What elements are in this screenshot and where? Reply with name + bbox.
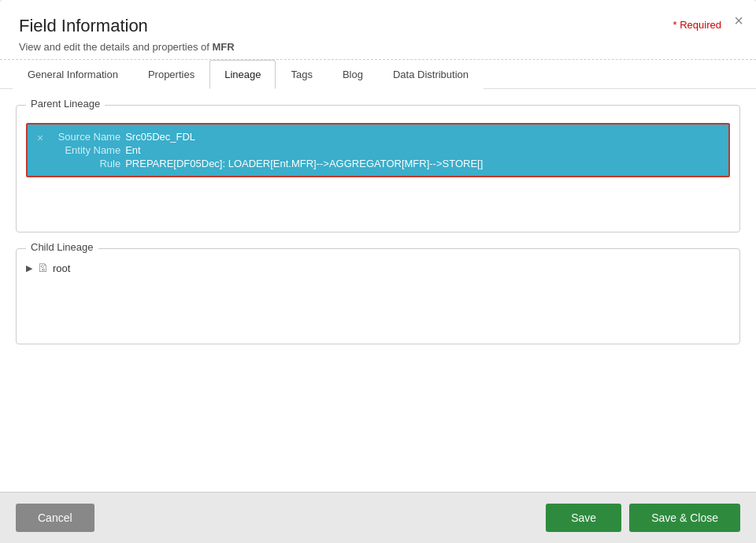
- parent-lineage-section: Parent Lineage × Source Name Src05Dec_FD…: [16, 105, 740, 232]
- lineage-row-inner: × Source Name Src05Dec_FDL Entity Name E…: [37, 131, 719, 169]
- save-close-button[interactable]: Save & Close: [629, 504, 740, 532]
- field-information-dialog: Field Information View and edit the deta…: [0, 0, 756, 543]
- remove-lineage-button[interactable]: ×: [37, 131, 43, 147]
- child-lineage-section: Child Lineage ▶ 🖻 root: [16, 248, 740, 344]
- tabs-bar: General Information Properties Lineage T…: [0, 60, 756, 89]
- subtitle-field-name: MFR: [212, 41, 234, 53]
- save-button[interactable]: Save: [546, 504, 621, 532]
- source-name-value: Src05Dec_FDL: [125, 131, 195, 143]
- child-lineage-content: ▶ 🖻 root: [17, 249, 739, 344]
- dialog-subtitle: View and edit the details and properties…: [19, 41, 737, 53]
- parent-lineage-content: × Source Name Src05Dec_FDL Entity Name E…: [17, 106, 739, 232]
- rule-value: PREPARE[DF05Dec]: LOADER[Ent.MFR]-->AGGR…: [125, 158, 483, 169]
- parent-lineage-legend: Parent Lineage: [26, 98, 105, 110]
- tab-general-information[interactable]: General Information: [13, 60, 133, 89]
- parent-lineage-row: × Source Name Src05Dec_FDL Entity Name E…: [26, 123, 730, 177]
- tree-arrow-icon[interactable]: ▶: [26, 263, 32, 273]
- close-button[interactable]: ×: [734, 13, 743, 28]
- lineage-fields: Source Name Src05Dec_FDL Entity Name Ent…: [50, 131, 483, 169]
- dialog-header: Field Information View and edit the deta…: [0, 0, 756, 60]
- tab-lineage[interactable]: Lineage: [209, 60, 276, 89]
- dialog-body: Parent Lineage × Source Name Src05Dec_FD…: [0, 89, 756, 492]
- required-note: * Required: [673, 19, 721, 31]
- tree-root-item[interactable]: ▶ 🖻 root: [26, 260, 730, 276]
- tree-root-label: root: [53, 262, 70, 274]
- tree-file-icon: 🖻: [37, 262, 48, 274]
- tab-properties[interactable]: Properties: [133, 60, 209, 89]
- tab-tags[interactable]: Tags: [276, 60, 327, 89]
- subtitle-prefix: View and edit the details and properties…: [19, 41, 212, 53]
- entity-name-label: Entity Name: [50, 144, 120, 156]
- source-name-label: Source Name: [50, 131, 120, 143]
- lineage-rule-row: Rule PREPARE[DF05Dec]: LOADER[Ent.MFR]--…: [50, 158, 483, 169]
- cancel-button[interactable]: Cancel: [16, 504, 94, 532]
- lineage-entity-name-row: Entity Name Ent: [50, 144, 483, 156]
- footer-right-buttons: Save Save & Close: [546, 504, 740, 532]
- dialog-title: Field Information: [19, 16, 737, 36]
- tab-blog[interactable]: Blog: [328, 60, 378, 89]
- dialog-footer: Cancel Save Save & Close: [0, 492, 756, 543]
- lineage-source-name-row: Source Name Src05Dec_FDL: [50, 131, 483, 143]
- rule-label: Rule: [50, 158, 120, 169]
- child-lineage-legend: Child Lineage: [26, 241, 98, 253]
- entity-name-value: Ent: [125, 144, 141, 156]
- tab-data-distribution[interactable]: Data Distribution: [378, 60, 484, 89]
